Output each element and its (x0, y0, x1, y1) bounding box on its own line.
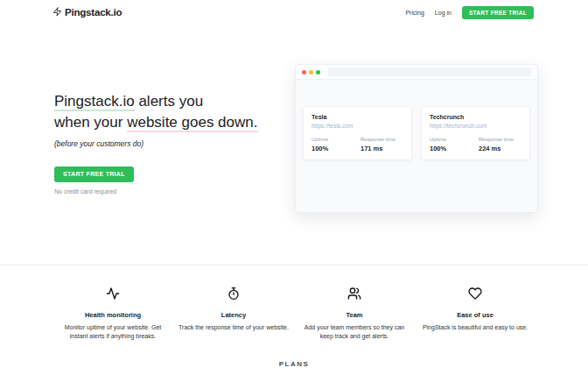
green-dot-icon (316, 70, 320, 74)
browser-titlebar (296, 65, 537, 80)
response-time-value: 224 ms (479, 145, 514, 152)
no-credit-card-note: No credit card required (54, 188, 290, 195)
feature-title: Health monitoring (56, 311, 170, 319)
site-name: Tesla (312, 114, 403, 120)
site-name: Techcrunch (430, 114, 522, 120)
feature-title: Team (298, 311, 411, 319)
header-nav: Pricing Log in START FREE TRIAL (405, 6, 534, 19)
monitor-card-tesla: Tesla https://tesla.com Uptime 100% Resp… (303, 106, 412, 160)
uptime-label: Uptime (430, 137, 470, 142)
hero-headline-text: alerts you (135, 93, 203, 110)
hero-section: Pingstack.io alerts you when your websit… (54, 91, 290, 195)
hero-headline-line2: when your website goes down. (54, 112, 290, 133)
yellow-dot-icon (309, 70, 313, 74)
header-start-free-trial-button[interactable]: START FREE TRIAL (462, 6, 534, 19)
nav-link-login[interactable]: Log in (435, 10, 452, 16)
uptime-label: Uptime (312, 137, 352, 142)
feature-description: PingStack is beautiful and easy to use. (418, 323, 532, 332)
activity-pulse-icon (56, 287, 170, 304)
features-section: Health monitoring Monitor uptime of your… (52, 287, 536, 341)
site-url: https://techcrunch.com (430, 123, 522, 129)
hero-subtitle: (before your customers do) (54, 139, 290, 148)
response-time-label: Response time (360, 137, 396, 142)
logo-text: Pingstack.io (65, 7, 122, 18)
feature-ease-of-use: Ease of use PingStack is beautiful and e… (415, 287, 536, 341)
response-time-value: 171 ms (360, 145, 396, 152)
uptime-value: 100% (312, 145, 352, 152)
browser-url-bar (328, 67, 531, 76)
hero-headline: Pingstack.io alerts you when your websit… (54, 91, 290, 133)
uptime-value: 100% (430, 145, 470, 152)
feature-team: Team Add your team members so they can k… (294, 287, 415, 341)
site-url: https://tesla.com (312, 123, 403, 129)
feature-description: Monitor uptime of your website. Get inst… (56, 323, 170, 341)
stopwatch-icon (177, 287, 290, 304)
nav-link-pricing[interactable]: Pricing (405, 10, 424, 16)
logo[interactable]: Pingstack.io (52, 4, 122, 20)
heart-icon (418, 287, 532, 304)
feature-title: Ease of use (418, 311, 532, 319)
hero-start-free-trial-button[interactable]: START FREE TRIAL (54, 166, 134, 182)
feature-health-monitoring: Health monitoring Monitor uptime of your… (52, 287, 173, 341)
header: Pingstack.io Pricing Log in START FREE T… (0, 0, 588, 25)
feature-title: Latency (177, 311, 290, 319)
feature-latency: Latency Track the response time of your … (173, 287, 294, 341)
team-users-icon (298, 287, 411, 304)
browser-mockup: Tesla https://tesla.com Uptime 100% Resp… (295, 64, 538, 213)
red-dot-icon (302, 70, 306, 74)
hero-highlight-brand: Pingstack.io (54, 93, 135, 111)
feature-description: Add your team members so they can keep t… (298, 323, 411, 341)
response-time-label: Response time (479, 137, 514, 142)
lightning-bolt-icon (52, 4, 62, 20)
hero-headline-line1: Pingstack.io alerts you (54, 91, 290, 112)
hero-headline-text: when your (54, 114, 127, 131)
monitor-card-techcrunch: Techcrunch https://techcrunch.com Uptime… (421, 106, 530, 160)
section-divider (0, 265, 588, 265)
plans-section-label: PLANS (0, 360, 588, 368)
hero-highlight-down: website goes down. (127, 114, 257, 132)
feature-description: Track the response time of your website. (177, 323, 290, 332)
monitor-cards: Tesla https://tesla.com Uptime 100% Resp… (296, 80, 537, 160)
